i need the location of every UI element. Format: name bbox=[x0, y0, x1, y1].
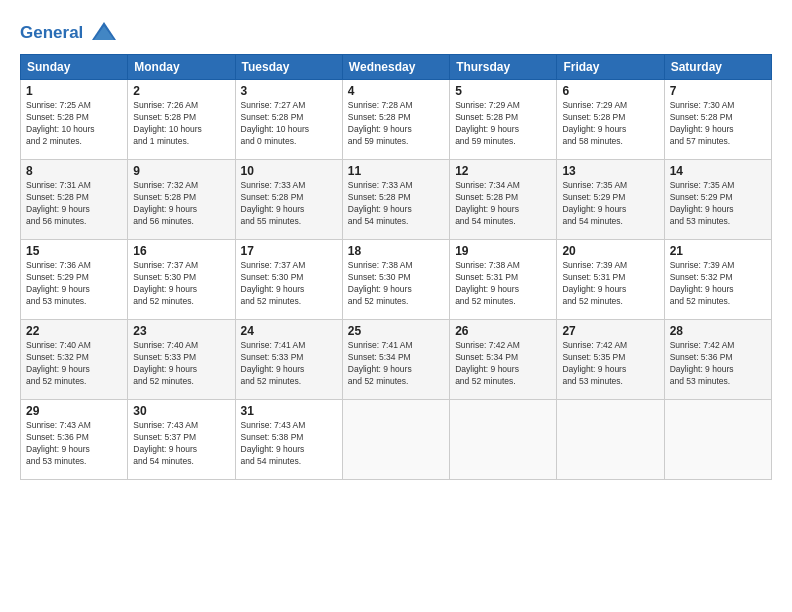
calendar-cell: 5Sunrise: 7:29 AMSunset: 5:28 PMDaylight… bbox=[450, 80, 557, 160]
day-number: 22 bbox=[26, 324, 122, 338]
day-number: 3 bbox=[241, 84, 337, 98]
day-number: 29 bbox=[26, 404, 122, 418]
calendar-cell: 18Sunrise: 7:38 AMSunset: 5:30 PMDayligh… bbox=[342, 240, 449, 320]
calendar-cell: 15Sunrise: 7:36 AMSunset: 5:29 PMDayligh… bbox=[21, 240, 128, 320]
calendar-cell: 6Sunrise: 7:29 AMSunset: 5:28 PMDaylight… bbox=[557, 80, 664, 160]
calendar-cell: 13Sunrise: 7:35 AMSunset: 5:29 PMDayligh… bbox=[557, 160, 664, 240]
calendar-cell: 28Sunrise: 7:42 AMSunset: 5:36 PMDayligh… bbox=[664, 320, 771, 400]
day-number: 4 bbox=[348, 84, 444, 98]
day-number: 20 bbox=[562, 244, 658, 258]
calendar-cell: 11Sunrise: 7:33 AMSunset: 5:28 PMDayligh… bbox=[342, 160, 449, 240]
day-info: Sunrise: 7:30 AMSunset: 5:28 PMDaylight:… bbox=[670, 100, 766, 148]
calendar-cell: 19Sunrise: 7:38 AMSunset: 5:31 PMDayligh… bbox=[450, 240, 557, 320]
week-row-3: 15Sunrise: 7:36 AMSunset: 5:29 PMDayligh… bbox=[21, 240, 772, 320]
day-info: Sunrise: 7:36 AMSunset: 5:29 PMDaylight:… bbox=[26, 260, 122, 308]
calendar-cell: 21Sunrise: 7:39 AMSunset: 5:32 PMDayligh… bbox=[664, 240, 771, 320]
day-info: Sunrise: 7:34 AMSunset: 5:28 PMDaylight:… bbox=[455, 180, 551, 228]
calendar-cell: 8Sunrise: 7:31 AMSunset: 5:28 PMDaylight… bbox=[21, 160, 128, 240]
calendar-cell bbox=[557, 400, 664, 480]
day-info: Sunrise: 7:39 AMSunset: 5:32 PMDaylight:… bbox=[670, 260, 766, 308]
day-info: Sunrise: 7:25 AMSunset: 5:28 PMDaylight:… bbox=[26, 100, 122, 148]
calendar-header: SundayMondayTuesdayWednesdayThursdayFrid… bbox=[21, 55, 772, 80]
logo-general: General bbox=[20, 23, 83, 42]
calendar-cell bbox=[342, 400, 449, 480]
day-number: 1 bbox=[26, 84, 122, 98]
day-info: Sunrise: 7:37 AMSunset: 5:30 PMDaylight:… bbox=[133, 260, 229, 308]
day-info: Sunrise: 7:40 AMSunset: 5:33 PMDaylight:… bbox=[133, 340, 229, 388]
calendar-cell: 22Sunrise: 7:40 AMSunset: 5:32 PMDayligh… bbox=[21, 320, 128, 400]
calendar-cell: 1Sunrise: 7:25 AMSunset: 5:28 PMDaylight… bbox=[21, 80, 128, 160]
day-number: 14 bbox=[670, 164, 766, 178]
day-number: 31 bbox=[241, 404, 337, 418]
logo: General bbox=[20, 20, 118, 48]
day-number: 8 bbox=[26, 164, 122, 178]
day-number: 16 bbox=[133, 244, 229, 258]
day-info: Sunrise: 7:42 AMSunset: 5:35 PMDaylight:… bbox=[562, 340, 658, 388]
calendar-cell: 20Sunrise: 7:39 AMSunset: 5:31 PMDayligh… bbox=[557, 240, 664, 320]
weekday-header-row: SundayMondayTuesdayWednesdayThursdayFrid… bbox=[21, 55, 772, 80]
calendar-cell: 9Sunrise: 7:32 AMSunset: 5:28 PMDaylight… bbox=[128, 160, 235, 240]
day-number: 10 bbox=[241, 164, 337, 178]
day-info: Sunrise: 7:39 AMSunset: 5:31 PMDaylight:… bbox=[562, 260, 658, 308]
day-info: Sunrise: 7:29 AMSunset: 5:28 PMDaylight:… bbox=[455, 100, 551, 148]
week-row-1: 1Sunrise: 7:25 AMSunset: 5:28 PMDaylight… bbox=[21, 80, 772, 160]
day-number: 12 bbox=[455, 164, 551, 178]
day-number: 5 bbox=[455, 84, 551, 98]
day-info: Sunrise: 7:35 AMSunset: 5:29 PMDaylight:… bbox=[562, 180, 658, 228]
day-number: 30 bbox=[133, 404, 229, 418]
calendar-cell: 2Sunrise: 7:26 AMSunset: 5:28 PMDaylight… bbox=[128, 80, 235, 160]
day-info: Sunrise: 7:28 AMSunset: 5:28 PMDaylight:… bbox=[348, 100, 444, 148]
calendar-cell: 12Sunrise: 7:34 AMSunset: 5:28 PMDayligh… bbox=[450, 160, 557, 240]
day-number: 25 bbox=[348, 324, 444, 338]
weekday-header-thursday: Thursday bbox=[450, 55, 557, 80]
calendar-cell: 14Sunrise: 7:35 AMSunset: 5:29 PMDayligh… bbox=[664, 160, 771, 240]
weekday-header-friday: Friday bbox=[557, 55, 664, 80]
calendar-cell bbox=[450, 400, 557, 480]
day-info: Sunrise: 7:41 AMSunset: 5:33 PMDaylight:… bbox=[241, 340, 337, 388]
day-info: Sunrise: 7:37 AMSunset: 5:30 PMDaylight:… bbox=[241, 260, 337, 308]
week-row-4: 22Sunrise: 7:40 AMSunset: 5:32 PMDayligh… bbox=[21, 320, 772, 400]
header: General bbox=[20, 16, 772, 48]
day-info: Sunrise: 7:38 AMSunset: 5:31 PMDaylight:… bbox=[455, 260, 551, 308]
day-info: Sunrise: 7:29 AMSunset: 5:28 PMDaylight:… bbox=[562, 100, 658, 148]
day-number: 26 bbox=[455, 324, 551, 338]
day-number: 23 bbox=[133, 324, 229, 338]
day-number: 21 bbox=[670, 244, 766, 258]
day-info: Sunrise: 7:26 AMSunset: 5:28 PMDaylight:… bbox=[133, 100, 229, 148]
weekday-header-wednesday: Wednesday bbox=[342, 55, 449, 80]
weekday-header-tuesday: Tuesday bbox=[235, 55, 342, 80]
calendar-cell bbox=[664, 400, 771, 480]
calendar-cell: 29Sunrise: 7:43 AMSunset: 5:36 PMDayligh… bbox=[21, 400, 128, 480]
day-info: Sunrise: 7:43 AMSunset: 5:37 PMDaylight:… bbox=[133, 420, 229, 468]
calendar-cell: 23Sunrise: 7:40 AMSunset: 5:33 PMDayligh… bbox=[128, 320, 235, 400]
day-info: Sunrise: 7:33 AMSunset: 5:28 PMDaylight:… bbox=[348, 180, 444, 228]
day-info: Sunrise: 7:43 AMSunset: 5:36 PMDaylight:… bbox=[26, 420, 122, 468]
day-number: 28 bbox=[670, 324, 766, 338]
weekday-header-sunday: Sunday bbox=[21, 55, 128, 80]
calendar-cell: 16Sunrise: 7:37 AMSunset: 5:30 PMDayligh… bbox=[128, 240, 235, 320]
day-info: Sunrise: 7:40 AMSunset: 5:32 PMDaylight:… bbox=[26, 340, 122, 388]
day-info: Sunrise: 7:33 AMSunset: 5:28 PMDaylight:… bbox=[241, 180, 337, 228]
calendar-table: SundayMondayTuesdayWednesdayThursdayFrid… bbox=[20, 54, 772, 480]
day-info: Sunrise: 7:41 AMSunset: 5:34 PMDaylight:… bbox=[348, 340, 444, 388]
day-number: 13 bbox=[562, 164, 658, 178]
logo-icon bbox=[90, 20, 118, 48]
calendar-cell: 30Sunrise: 7:43 AMSunset: 5:37 PMDayligh… bbox=[128, 400, 235, 480]
day-info: Sunrise: 7:42 AMSunset: 5:34 PMDaylight:… bbox=[455, 340, 551, 388]
weekday-header-monday: Monday bbox=[128, 55, 235, 80]
day-info: Sunrise: 7:38 AMSunset: 5:30 PMDaylight:… bbox=[348, 260, 444, 308]
logo-text: General bbox=[20, 20, 118, 48]
calendar-cell: 31Sunrise: 7:43 AMSunset: 5:38 PMDayligh… bbox=[235, 400, 342, 480]
calendar-cell: 4Sunrise: 7:28 AMSunset: 5:28 PMDaylight… bbox=[342, 80, 449, 160]
weekday-header-saturday: Saturday bbox=[664, 55, 771, 80]
day-number: 27 bbox=[562, 324, 658, 338]
calendar-cell: 10Sunrise: 7:33 AMSunset: 5:28 PMDayligh… bbox=[235, 160, 342, 240]
day-info: Sunrise: 7:42 AMSunset: 5:36 PMDaylight:… bbox=[670, 340, 766, 388]
week-row-5: 29Sunrise: 7:43 AMSunset: 5:36 PMDayligh… bbox=[21, 400, 772, 480]
day-number: 18 bbox=[348, 244, 444, 258]
day-info: Sunrise: 7:27 AMSunset: 5:28 PMDaylight:… bbox=[241, 100, 337, 148]
day-number: 17 bbox=[241, 244, 337, 258]
week-row-2: 8Sunrise: 7:31 AMSunset: 5:28 PMDaylight… bbox=[21, 160, 772, 240]
day-number: 11 bbox=[348, 164, 444, 178]
day-info: Sunrise: 7:35 AMSunset: 5:29 PMDaylight:… bbox=[670, 180, 766, 228]
